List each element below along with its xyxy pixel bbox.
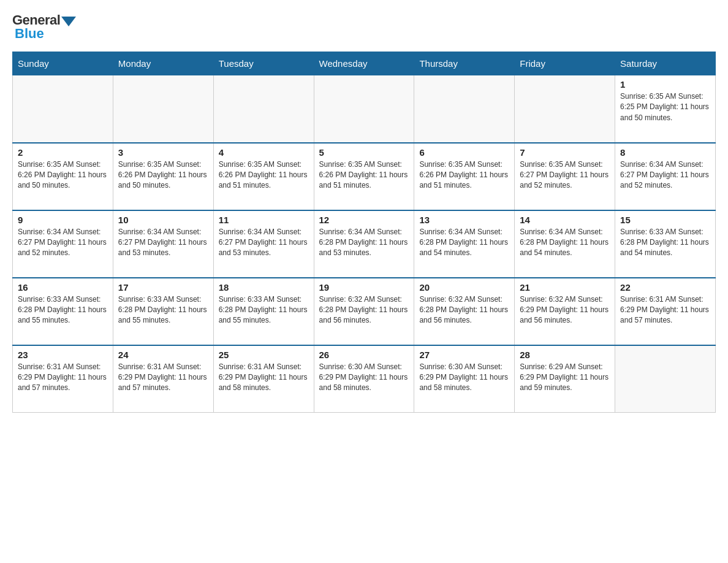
day-info: Sunrise: 6:31 AM Sunset: 6:29 PM Dayligh… [219, 362, 309, 394]
calendar-cell: 2Sunrise: 6:35 AM Sunset: 6:26 PM Daylig… [13, 143, 113, 210]
day-info: Sunrise: 6:34 AM Sunset: 6:27 PM Dayligh… [219, 227, 309, 259]
calendar-week-4: 16Sunrise: 6:33 AM Sunset: 6:28 PM Dayli… [13, 278, 716, 345]
calendar-cell: 6Sunrise: 6:35 AM Sunset: 6:26 PM Daylig… [414, 143, 515, 210]
weekday-header-monday: Monday [113, 52, 213, 75]
day-number: 19 [319, 282, 409, 293]
day-info: Sunrise: 6:35 AM Sunset: 6:27 PM Dayligh… [520, 159, 610, 191]
logo: General Blue [12, 12, 76, 42]
day-number: 20 [419, 282, 509, 293]
calendar-cell: 16Sunrise: 6:33 AM Sunset: 6:28 PM Dayli… [13, 278, 113, 345]
calendar-cell: 24Sunrise: 6:31 AM Sunset: 6:29 PM Dayli… [113, 345, 213, 413]
day-info: Sunrise: 6:35 AM Sunset: 6:26 PM Dayligh… [419, 159, 509, 191]
day-number: 5 [319, 147, 409, 158]
calendar-week-3: 9Sunrise: 6:34 AM Sunset: 6:27 PM Daylig… [13, 210, 716, 278]
calendar-cell: 20Sunrise: 6:32 AM Sunset: 6:28 PM Dayli… [414, 278, 515, 345]
calendar-cell: 11Sunrise: 6:34 AM Sunset: 6:27 PM Dayli… [213, 210, 314, 278]
logo-blue-text: Blue [15, 26, 44, 41]
day-number: 16 [18, 282, 108, 293]
calendar-cell: 15Sunrise: 6:33 AM Sunset: 6:28 PM Dayli… [615, 210, 716, 278]
day-info: Sunrise: 6:32 AM Sunset: 6:29 PM Dayligh… [520, 294, 610, 326]
page-header: General Blue [12, 12, 716, 42]
day-info: Sunrise: 6:34 AM Sunset: 6:27 PM Dayligh… [18, 227, 108, 259]
day-info: Sunrise: 6:32 AM Sunset: 6:28 PM Dayligh… [319, 294, 409, 326]
day-info: Sunrise: 6:35 AM Sunset: 6:26 PM Dayligh… [118, 159, 208, 191]
calendar-cell: 10Sunrise: 6:34 AM Sunset: 6:27 PM Dayli… [113, 210, 213, 278]
calendar-cell: 5Sunrise: 6:35 AM Sunset: 6:26 PM Daylig… [314, 143, 414, 210]
day-number: 12 [319, 215, 409, 225]
calendar-week-5: 23Sunrise: 6:31 AM Sunset: 6:29 PM Dayli… [13, 345, 716, 413]
calendar-week-2: 2Sunrise: 6:35 AM Sunset: 6:26 PM Daylig… [13, 143, 716, 210]
day-number: 21 [520, 282, 610, 293]
day-info: Sunrise: 6:35 AM Sunset: 6:26 PM Dayligh… [18, 159, 108, 191]
day-info: Sunrise: 6:30 AM Sunset: 6:29 PM Dayligh… [419, 362, 509, 394]
calendar-cell: 4Sunrise: 6:35 AM Sunset: 6:26 PM Daylig… [213, 143, 314, 210]
weekday-header-saturday: Saturday [615, 52, 716, 75]
calendar-table: SundayMondayTuesdayWednesdayThursdayFrid… [12, 52, 716, 413]
day-info: Sunrise: 6:35 AM Sunset: 6:25 PM Dayligh… [620, 91, 710, 123]
calendar-cell: 27Sunrise: 6:30 AM Sunset: 6:29 PM Dayli… [414, 345, 515, 413]
calendar-cell: 18Sunrise: 6:33 AM Sunset: 6:28 PM Dayli… [213, 278, 314, 345]
calendar-cell: 12Sunrise: 6:34 AM Sunset: 6:28 PM Dayli… [314, 210, 414, 278]
day-info: Sunrise: 6:32 AM Sunset: 6:28 PM Dayligh… [419, 294, 509, 326]
day-number: 22 [620, 282, 710, 293]
day-number: 8 [620, 147, 710, 158]
weekday-header-sunday: Sunday [13, 52, 113, 75]
calendar-week-1: 1Sunrise: 6:35 AM Sunset: 6:25 PM Daylig… [13, 75, 716, 143]
day-info: Sunrise: 6:34 AM Sunset: 6:28 PM Dayligh… [419, 227, 509, 259]
day-number: 13 [419, 215, 509, 225]
calendar-cell [13, 75, 113, 143]
day-number: 27 [419, 350, 509, 360]
weekday-header-wednesday: Wednesday [314, 52, 414, 75]
day-number: 23 [18, 350, 108, 360]
day-number: 28 [520, 350, 610, 360]
calendar-cell: 23Sunrise: 6:31 AM Sunset: 6:29 PM Dayli… [13, 345, 113, 413]
calendar-cell: 19Sunrise: 6:32 AM Sunset: 6:28 PM Dayli… [314, 278, 414, 345]
day-number: 1 [620, 79, 710, 90]
calendar-cell [615, 345, 716, 413]
day-info: Sunrise: 6:33 AM Sunset: 6:28 PM Dayligh… [18, 294, 108, 326]
day-info: Sunrise: 6:30 AM Sunset: 6:29 PM Dayligh… [319, 362, 409, 394]
day-number: 7 [520, 147, 610, 158]
day-info: Sunrise: 6:34 AM Sunset: 6:27 PM Dayligh… [620, 159, 710, 191]
day-info: Sunrise: 6:33 AM Sunset: 6:28 PM Dayligh… [219, 294, 309, 326]
weekday-header-thursday: Thursday [414, 52, 515, 75]
calendar-cell: 17Sunrise: 6:33 AM Sunset: 6:28 PM Dayli… [113, 278, 213, 345]
calendar-cell: 25Sunrise: 6:31 AM Sunset: 6:29 PM Dayli… [213, 345, 314, 413]
weekday-header-row: SundayMondayTuesdayWednesdayThursdayFrid… [13, 52, 716, 75]
weekday-header-tuesday: Tuesday [213, 52, 314, 75]
day-info: Sunrise: 6:33 AM Sunset: 6:28 PM Dayligh… [620, 227, 710, 259]
day-number: 2 [18, 147, 108, 158]
day-number: 4 [219, 147, 309, 158]
calendar-cell [515, 75, 615, 143]
logo-triangle-icon [61, 17, 76, 26]
calendar-cell [314, 75, 414, 143]
day-number: 15 [620, 215, 710, 225]
day-info: Sunrise: 6:35 AM Sunset: 6:26 PM Dayligh… [219, 159, 309, 191]
day-info: Sunrise: 6:35 AM Sunset: 6:26 PM Dayligh… [319, 159, 409, 191]
day-number: 10 [118, 215, 208, 225]
calendar-cell: 21Sunrise: 6:32 AM Sunset: 6:29 PM Dayli… [515, 278, 615, 345]
calendar-cell: 1Sunrise: 6:35 AM Sunset: 6:25 PM Daylig… [615, 75, 716, 143]
day-number: 9 [18, 215, 108, 225]
calendar-cell: 8Sunrise: 6:34 AM Sunset: 6:27 PM Daylig… [615, 143, 716, 210]
day-number: 11 [219, 215, 309, 225]
day-info: Sunrise: 6:34 AM Sunset: 6:28 PM Dayligh… [520, 227, 610, 259]
day-number: 26 [319, 350, 409, 360]
calendar-cell: 9Sunrise: 6:34 AM Sunset: 6:27 PM Daylig… [13, 210, 113, 278]
day-number: 3 [118, 147, 208, 158]
calendar-cell: 22Sunrise: 6:31 AM Sunset: 6:29 PM Dayli… [615, 278, 716, 345]
calendar-cell: 14Sunrise: 6:34 AM Sunset: 6:28 PM Dayli… [515, 210, 615, 278]
calendar-cell [414, 75, 515, 143]
day-info: Sunrise: 6:31 AM Sunset: 6:29 PM Dayligh… [18, 362, 108, 394]
day-info: Sunrise: 6:29 AM Sunset: 6:29 PM Dayligh… [520, 362, 610, 394]
calendar-cell: 3Sunrise: 6:35 AM Sunset: 6:26 PM Daylig… [113, 143, 213, 210]
calendar-cell: 26Sunrise: 6:30 AM Sunset: 6:29 PM Dayli… [314, 345, 414, 413]
day-number: 25 [219, 350, 309, 360]
weekday-header-friday: Friday [515, 52, 615, 75]
day-info: Sunrise: 6:31 AM Sunset: 6:29 PM Dayligh… [620, 294, 710, 326]
day-number: 17 [118, 282, 208, 293]
calendar-cell [113, 75, 213, 143]
day-info: Sunrise: 6:34 AM Sunset: 6:28 PM Dayligh… [319, 227, 409, 259]
day-number: 6 [419, 147, 509, 158]
calendar-cell [213, 75, 314, 143]
